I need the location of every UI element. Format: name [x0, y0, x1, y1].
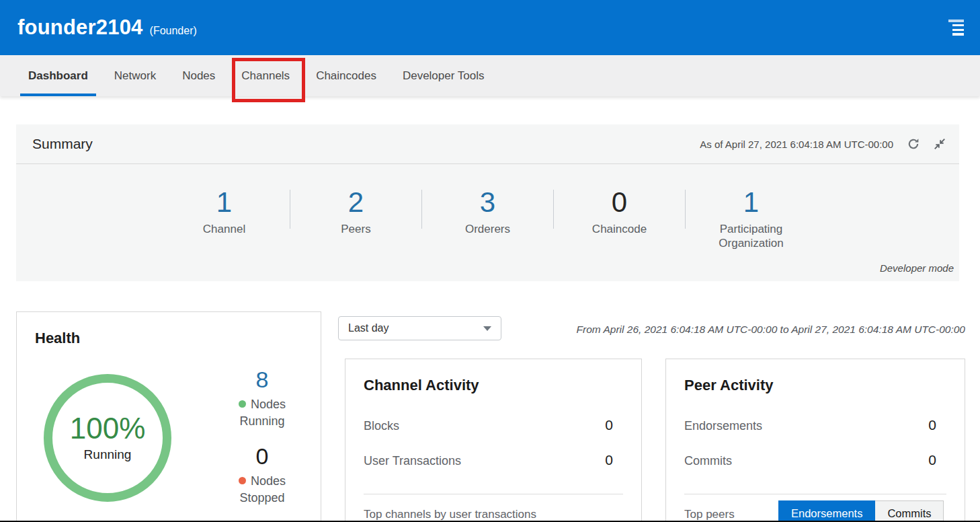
- tab-bar: Dashboard Network Nodes Channels Chainco…: [0, 55, 980, 96]
- toggle-endorsements-button[interactable]: Endorsements: [778, 500, 875, 522]
- chevron-down-icon: [483, 326, 491, 331]
- top-channels-label: Top channels by user transactions: [364, 508, 536, 521]
- tab-dashboard[interactable]: Dashboard: [20, 55, 96, 96]
- tab-channels-label: Channels: [241, 69, 290, 83]
- tab-chaincodes-label: Chaincodes: [316, 69, 376, 83]
- peer-activity-card: Peer Activity Endorsements 0 Commits 0 T…: [665, 359, 965, 522]
- health-percent: 100%: [70, 414, 146, 443]
- drawer-menu-icon[interactable]: [948, 20, 964, 36]
- tab-developer-tools[interactable]: Developer Tools: [395, 55, 493, 96]
- stat-chaincode-value: 0: [554, 187, 686, 218]
- nodes-running-count: 8: [218, 367, 306, 392]
- stat-participating-organization: 1 Participating Organization: [686, 187, 817, 251]
- as-of-timestamp: As of April 27, 2021 6:04:18 AM UTC-00:0…: [700, 139, 893, 150]
- stat-channel-label: Channel: [180, 222, 269, 236]
- channel-activity-card: Channel Activity Blocks 0 User Transacti…: [345, 359, 642, 522]
- stat-orderers-value[interactable]: 3: [422, 187, 554, 218]
- tab-network[interactable]: Network: [106, 55, 164, 96]
- endorsements-label: Endorsements: [684, 419, 762, 433]
- tab-network-label: Network: [114, 69, 156, 83]
- summary-title: Summary: [32, 136, 93, 152]
- stat-orderers-label: Orderers: [444, 222, 532, 236]
- stat-orderers: 3 Orderers: [422, 187, 554, 251]
- summary-body: 1 Channel 2 Peers 3 Orderers 0 Chaincode…: [16, 164, 959, 281]
- peer-activity-rows: Endorsements 0 Commits 0: [666, 417, 965, 487]
- stat-participating-organization-value[interactable]: 1: [686, 187, 817, 218]
- tab-dashboard-label: Dashboard: [28, 69, 88, 83]
- blocks-value: 0: [605, 417, 613, 433]
- instance-title: founder2104: [17, 15, 143, 40]
- refresh-icon[interactable]: [907, 137, 920, 151]
- channel-activity-rows: Blocks 0 User Transactions 0: [345, 417, 641, 487]
- collapse-icon[interactable]: [934, 138, 946, 150]
- blocks-row: Blocks 0: [345, 417, 641, 433]
- top-peers-toggle: Endorsements Commits: [778, 500, 944, 522]
- time-range-text: From April 26, 2021 6:04:18 AM UTC-00:00…: [577, 324, 965, 336]
- user-transactions-label: User Transactions: [364, 454, 461, 468]
- drawer-bar: [952, 33, 964, 36]
- drawer-bar: [952, 29, 964, 32]
- endorsements-row: Endorsements 0: [666, 417, 965, 433]
- health-donut-chart: 100% Running: [44, 374, 171, 502]
- app-header: founder2104 (Founder): [0, 0, 980, 55]
- summary-panel: Summary As of April 27, 2021 6:04:18 AM …: [16, 124, 959, 281]
- health-node-counts: 8 Nodes Running 0 Nodes Stopped: [218, 367, 306, 506]
- stat-participating-organization-label: Participating Organization: [707, 222, 796, 251]
- instance-role: (Founder): [150, 18, 197, 37]
- stat-channel: 1 Channel: [159, 187, 290, 251]
- summary-meta: As of April 27, 2021 6:04:18 AM UTC-00:0…: [700, 137, 946, 151]
- nodes-stopped-text: Nodes Stopped: [239, 474, 286, 504]
- tab-developer-tools-label: Developer Tools: [403, 69, 485, 83]
- channel-activity-title: Channel Activity: [364, 377, 479, 394]
- stat-peers-label: Peers: [312, 222, 401, 236]
- commits-row: Commits 0: [666, 452, 965, 468]
- stat-chaincode: 0 Chaincode: [554, 187, 686, 251]
- tab-nodes[interactable]: Nodes: [174, 55, 223, 96]
- user-transactions-value: 0: [605, 452, 613, 468]
- divider: [364, 494, 623, 494]
- stopped-status-dot-icon: [239, 477, 246, 484]
- health-card: Health 100% Running 8 Nodes Running 0 No…: [16, 311, 321, 522]
- tab-chaincodes[interactable]: Chaincodes: [308, 55, 384, 96]
- peer-activity-title: Peer Activity: [684, 377, 773, 394]
- running-status-dot-icon: [239, 400, 246, 408]
- top-peers-label: Top peers: [684, 508, 735, 521]
- endorsements-value: 0: [928, 417, 936, 433]
- stat-peers: 2 Peers: [290, 187, 422, 251]
- commits-label: Commits: [684, 454, 732, 468]
- health-percent-label: Running: [84, 447, 132, 462]
- developer-mode-note: Developer mode: [880, 262, 954, 274]
- nodes-stopped-label: Nodes Stopped: [231, 473, 293, 506]
- summary-header: Summary As of April 27, 2021 6:04:18 AM …: [16, 124, 959, 164]
- stat-peers-value[interactable]: 2: [290, 187, 422, 218]
- time-range-select[interactable]: Last day: [338, 316, 501, 340]
- stat-chaincode-label: Chaincode: [575, 222, 664, 236]
- commits-value: 0: [928, 452, 936, 468]
- tab-channels[interactable]: Channels: [233, 55, 298, 96]
- app-window: founder2104 (Founder) Dashboard Network …: [0, 0, 980, 522]
- drawer-bar: [952, 24, 964, 27]
- nodes-running-text: Nodes Running: [239, 398, 286, 427]
- nodes-stopped-count: 0: [218, 444, 306, 469]
- time-range-selected-value: Last day: [348, 322, 389, 334]
- toggle-commits-button[interactable]: Commits: [875, 500, 944, 522]
- summary-stats: 1 Channel 2 Peers 3 Orderers 0 Chaincode…: [16, 164, 959, 251]
- blocks-label: Blocks: [364, 419, 399, 433]
- nodes-running-label: Nodes Running: [231, 396, 293, 429]
- stat-channel-value[interactable]: 1: [159, 187, 290, 218]
- divider: [684, 494, 946, 494]
- drawer-bar: [948, 20, 964, 22]
- tab-nodes-label: Nodes: [182, 69, 215, 83]
- user-transactions-row: User Transactions 0: [345, 452, 641, 468]
- health-title: Health: [35, 330, 80, 347]
